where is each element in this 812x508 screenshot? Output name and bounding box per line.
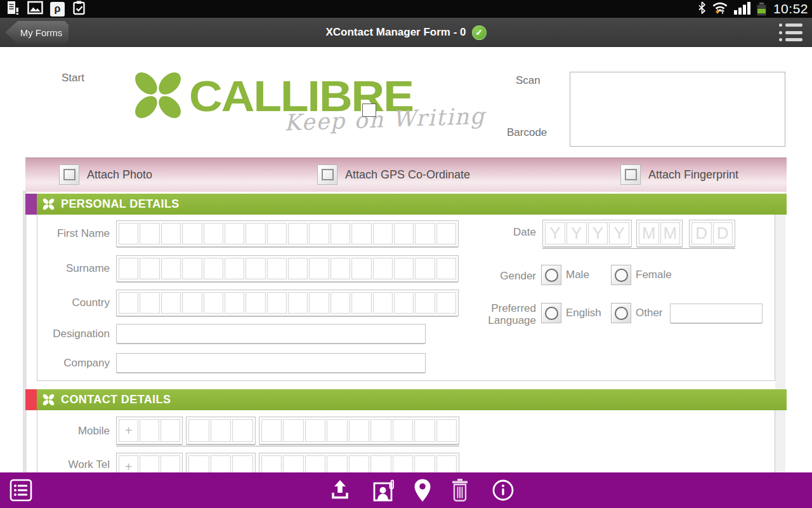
comb-cell[interactable] (351, 292, 371, 314)
mobile-country-code-field[interactable]: + (116, 417, 183, 444)
location-icon[interactable] (413, 478, 432, 506)
comb-cell[interactable] (267, 292, 287, 314)
comb-cell[interactable] (331, 223, 350, 244)
plus-cell[interactable]: + (119, 419, 138, 442)
comb-cell[interactable] (182, 258, 202, 279)
comb-cell[interactable] (119, 292, 138, 314)
comb-cell[interactable] (182, 223, 202, 244)
attach-photo-checkbox[interactable] (59, 164, 79, 185)
comb-cell[interactable] (182, 292, 202, 314)
year-cell[interactable]: Y (566, 222, 587, 244)
attach-fingerprint-checkbox[interactable] (620, 164, 641, 185)
comb-cell[interactable] (119, 223, 138, 244)
comb-cell[interactable] (161, 258, 181, 279)
comb-cell[interactable] (188, 419, 209, 442)
comb-cell[interactable] (283, 419, 303, 442)
comb-cell[interactable] (267, 258, 287, 279)
comb-cell[interactable] (232, 419, 253, 442)
logo-checkbox[interactable] (362, 104, 376, 117)
country-field[interactable] (116, 290, 459, 316)
comb-cell[interactable] (160, 419, 180, 442)
comb-cell[interactable] (204, 258, 223, 279)
comb-cell[interactable] (267, 223, 287, 244)
english-radio[interactable] (541, 303, 561, 323)
comb-cell[interactable] (370, 419, 391, 442)
delete-icon[interactable] (450, 478, 469, 505)
comb-cell[interactable] (161, 292, 181, 314)
month-cell[interactable]: M (660, 222, 681, 244)
comb-cell[interactable] (246, 292, 265, 314)
comb-cell[interactable] (204, 223, 223, 244)
comb-cell[interactable] (394, 223, 414, 244)
year-cell[interactable]: Y (588, 222, 608, 244)
comb-cell[interactable] (225, 292, 244, 314)
comb-cell[interactable] (119, 258, 138, 279)
attach-gps-checkbox[interactable] (317, 164, 337, 185)
date-month-field[interactable]: M M (636, 220, 683, 247)
comb-cell[interactable] (436, 292, 456, 314)
company-field[interactable] (116, 353, 426, 373)
list-menu-icon[interactable] (779, 23, 803, 41)
comb-cell[interactable] (288, 258, 308, 279)
upload-icon[interactable] (328, 478, 352, 505)
comb-cell[interactable] (349, 419, 369, 442)
comb-cell[interactable] (415, 223, 435, 244)
comb-cell[interactable] (288, 292, 308, 314)
forms-list-icon[interactable] (9, 478, 33, 505)
comb-cell[interactable] (394, 292, 414, 314)
comb-cell[interactable] (414, 419, 435, 442)
mobile-area-code-field[interactable] (186, 417, 256, 444)
attach-contact-icon[interactable] (371, 478, 396, 506)
comb-cell[interactable] (161, 223, 181, 244)
comb-cell[interactable] (305, 419, 325, 442)
surname-field[interactable] (116, 255, 459, 282)
info-icon[interactable] (491, 478, 515, 505)
date-year-field[interactable]: Y Y Y Y (542, 220, 632, 247)
comb-cell[interactable] (246, 258, 265, 279)
other-radio[interactable] (611, 303, 631, 323)
comb-cell[interactable] (140, 223, 159, 244)
comb-cell[interactable] (140, 292, 159, 314)
male-radio[interactable] (541, 265, 561, 285)
comb-cell[interactable] (351, 223, 371, 244)
comb-cell[interactable] (331, 258, 350, 279)
comb-cell[interactable] (140, 258, 159, 279)
date-day-field[interactable]: D D (689, 220, 735, 247)
comb-cell[interactable] (288, 223, 308, 244)
year-cell[interactable]: Y (609, 222, 629, 244)
comb-cell[interactable] (436, 223, 456, 244)
comb-cell[interactable] (327, 419, 347, 442)
comb-cell[interactable] (415, 292, 435, 314)
comb-cell[interactable] (373, 292, 393, 314)
month-cell[interactable]: M (639, 222, 659, 244)
bluetooth-icon (698, 1, 706, 17)
day-cell[interactable]: D (713, 222, 733, 244)
comb-cell[interactable] (351, 258, 371, 279)
first-name-field[interactable] (116, 220, 459, 247)
comb-cell[interactable] (225, 258, 244, 279)
comb-cell[interactable] (309, 258, 329, 279)
designation-field[interactable] (116, 324, 426, 344)
comb-cell[interactable] (140, 419, 159, 442)
other-language-field[interactable] (670, 304, 763, 323)
comb-cell[interactable] (204, 292, 223, 314)
comb-cell[interactable] (261, 419, 282, 442)
comb-cell[interactable] (211, 419, 232, 442)
year-cell[interactable]: Y (545, 222, 565, 244)
comb-cell[interactable] (373, 258, 393, 279)
comb-cell[interactable] (436, 419, 457, 442)
scan-barcode-box[interactable] (570, 72, 785, 147)
comb-cell[interactable] (373, 223, 393, 244)
comb-cell[interactable] (225, 223, 244, 244)
comb-cell[interactable] (415, 258, 435, 279)
comb-cell[interactable] (394, 258, 414, 279)
comb-cell[interactable] (246, 223, 265, 244)
comb-cell[interactable] (436, 258, 456, 279)
day-cell[interactable]: D (691, 222, 712, 244)
comb-cell[interactable] (309, 223, 329, 244)
comb-cell[interactable] (393, 419, 413, 442)
mobile-number-field[interactable] (259, 417, 459, 444)
comb-cell[interactable] (331, 292, 350, 314)
female-radio[interactable] (611, 265, 631, 285)
comb-cell[interactable] (309, 292, 329, 314)
